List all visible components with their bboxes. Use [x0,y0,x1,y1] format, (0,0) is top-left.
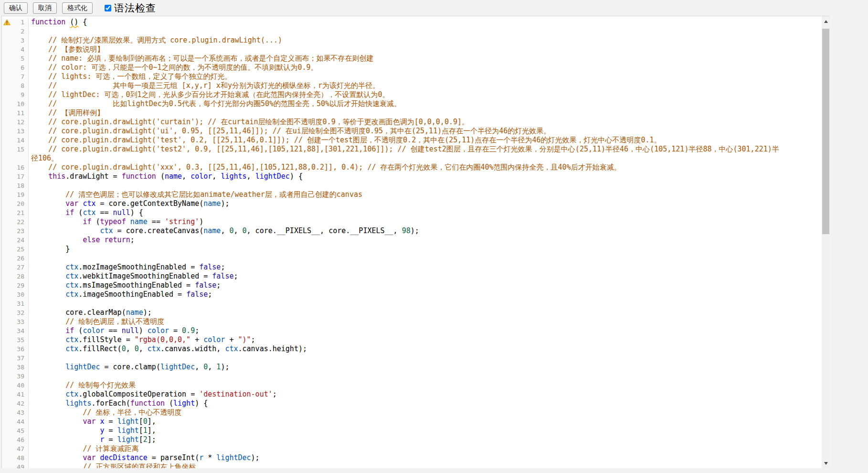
code-text: // lightDec: 可选，0到1之间，光从多少百分比才开始衰减（在此范围内… [29,90,785,99]
scrollbar-up-arrow-icon[interactable] [822,17,830,25]
code-line: 44 var x = light[0], [2,417,822,426]
code-line: 45 y = light[1], [2,426,822,435]
gutter-spacer [3,245,11,254]
gutter-spacer [3,281,11,290]
line-number: 28 [17,272,24,281]
gutter-spacer [3,199,11,208]
code-line: 34 if (color == null) color = 0.9; [2,326,822,335]
code-line: 4 // 【参数说明】 [2,45,822,54]
code-line: 24 else return; [2,236,822,245]
confirm-button[interactable]: 确认 [4,2,28,14]
gutter-spacer [3,290,11,299]
gutter-spacer [3,181,11,190]
gutter-spacer [3,136,11,145]
code-text: ctx.fillStyle = "rgba(0,0,0," + color + … [29,335,785,344]
code-text: ctx.globalCompositeOperation = 'destinat… [29,390,785,399]
line-number: 11 [17,108,24,118]
code-text: this.drawLight = function (name, color, … [29,172,785,181]
line-number: 33 [17,317,24,326]
gutter: 2 [2,27,29,36]
gutter-spacer [3,99,11,108]
gutter: 38 [2,363,29,372]
gutter: 42 [2,399,29,408]
gutter-spacer [3,453,11,462]
gutter-spacer [3,381,11,390]
gutter-spacer [3,217,11,226]
code-line: 36 ctx.fillRect(0, 0, ctx.canvas.width, … [2,344,822,354]
code-line: 46 r = light[2]; [2,435,822,444]
code-text: // core.plugin.drawLight('ui', 0.95, [[2… [29,127,785,136]
code-line: 10 // 比如lightDec为0.5代表，每个灯光部分内圈50%的范围全亮，… [2,99,822,108]
gutter: 15 [2,145,29,163]
line-number: 17 [17,172,24,181]
code-text: function () { [29,18,785,27]
code-text: r = light[2]; [29,435,785,444]
format-button[interactable]: 格式化 [62,2,93,14]
gutter: 39 [2,372,29,381]
gutter-spacer [3,45,11,54]
scrollbar-down-arrow-icon[interactable] [822,459,830,467]
gutter: 44 [2,417,29,426]
line-number: 23 [17,226,24,236]
gutter-spacer [3,335,11,344]
gutter-spacer [3,317,11,326]
scrollbar-thumb[interactable] [822,29,829,234]
gutter-spacer [3,226,11,236]
line-number: 43 [17,408,24,417]
gutter: 10 [2,99,29,108]
gutter: 9 [2,90,29,99]
syntax-check-checkbox[interactable] [105,5,111,11]
code-area[interactable]: 1function () {23 // 绘制灯光/漆黑层效果。调用方式 core… [2,16,822,468]
code-line: 29 ctx.msImageSmoothingEnabled = false; [2,281,822,290]
gutter: 49 [2,462,29,468]
gutter-spacer [3,27,11,36]
line-number: 16 [17,163,24,172]
code-line: 23 ctx = core.createCanvas(name, 0, 0, c… [2,226,822,236]
line-number: 49 [17,462,24,468]
gutter-spacer [3,408,11,417]
gutter: 5 [2,54,29,63]
line-number: 42 [17,399,24,408]
gutter: 27 [2,263,29,272]
gutter: 17 [2,172,29,181]
gutter: 1 [2,18,29,27]
line-number: 41 [17,390,24,399]
gutter-spacer [3,444,11,453]
lint-warning-icon[interactable] [3,18,11,27]
gutter-spacer [3,426,11,435]
gutter: 40 [2,381,29,390]
code-line: 19 // 清空色调层；也可以修改成其它层比如animate/weather层，… [2,190,822,199]
gutter: 30 [2,290,29,299]
gutter: 13 [2,127,29,136]
code-text [29,27,785,36]
line-number: 22 [17,217,24,226]
line-number: 1 [21,18,24,27]
code-line: 6 // color: 可选，只能是一个0~1之间的数，为不透明度的值。不填则默… [2,63,822,72]
line-number: 3 [21,36,24,45]
line-number: 15 [17,145,24,154]
vertical-scrollbar[interactable] [822,16,830,468]
gutter: 43 [2,408,29,417]
gutter-spacer [3,127,11,136]
gutter-spacer [3,417,11,426]
code-text: ctx.imageSmoothingEnabled = false; [29,290,785,299]
code-line: 25 } [2,245,822,254]
cancel-button[interactable]: 取消 [33,2,57,14]
code-line: 18 [2,181,822,190]
line-number: 9 [21,90,24,99]
gutter: 6 [2,63,29,72]
line-number: 45 [17,426,24,435]
code-line: 28 ctx.webkitImageSmoothingEnabled = fal… [2,272,822,281]
toolbar: 确认 取消 格式化 语法检查 [0,0,868,16]
code-text: ctx.fillRect(0, 0, ctx.canvas.width, ctx… [29,344,785,354]
code-text: var x = light[0], [29,417,785,426]
gutter: 34 [2,326,29,335]
line-number: 47 [17,444,24,453]
gutter-spacer [3,236,11,245]
code-text: // 正方形区域的直径和左上角坐标 [29,462,785,468]
code-text: // 比如lightDec为0.5代表，每个灯光部分内圈50%的范围全亮，50%… [29,99,785,108]
gutter-spacer [3,372,11,381]
code-line: 49 // 正方形区域的直径和左上角坐标 [2,462,822,468]
gutter: 16 [2,163,29,172]
gutter: 33 [2,317,29,326]
